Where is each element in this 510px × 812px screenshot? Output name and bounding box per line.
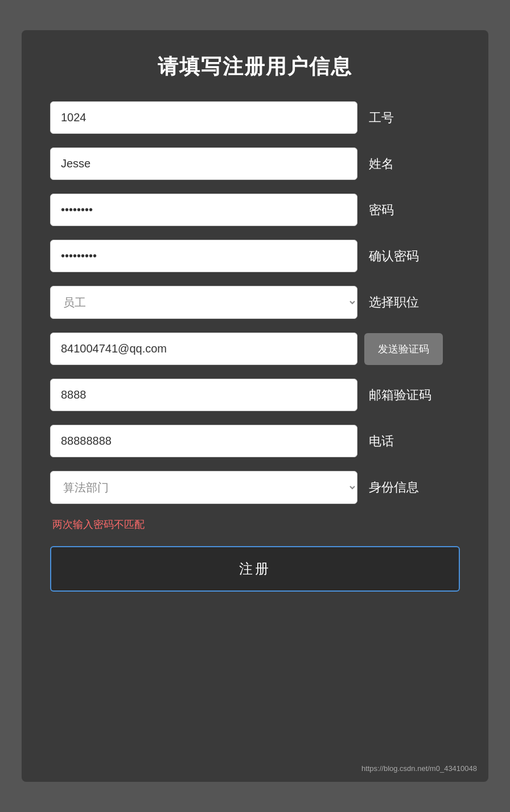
name-row: 姓名 <box>50 147 460 180</box>
form-title: 请填写注册用户信息 <box>50 53 460 81</box>
verification-code-row: 邮箱验证码 <box>50 379 460 411</box>
phone-row: 电话 <box>50 425 460 457</box>
email-input[interactable] <box>50 333 357 365</box>
position-select-wrapper: 员工 管理员 主管 <box>50 286 357 319</box>
department-select-wrapper: 算法部门 产品部门 运营部门 技术部门 <box>50 471 357 504</box>
page-wrapper: 请填写注册用户信息 工号 姓名 密码 确认密码 <box>0 0 510 812</box>
register-button[interactable]: 注册 <box>50 546 460 592</box>
name-input[interactable] <box>50 147 357 180</box>
employee-id-label: 工号 <box>369 109 426 126</box>
employee-id-input[interactable] <box>50 101 357 134</box>
footer-link: https://blog.csdn.net/m0_43410048 <box>361 764 477 773</box>
verification-code-label: 邮箱验证码 <box>369 387 431 404</box>
password-label: 密码 <box>369 202 426 219</box>
employee-id-row: 工号 <box>50 101 460 134</box>
error-message: 两次输入密码不匹配 <box>52 518 460 531</box>
phone-input-wrapper <box>50 425 357 457</box>
phone-label: 电话 <box>369 433 426 450</box>
name-label: 姓名 <box>369 155 426 173</box>
position-row: 员工 管理员 主管 选择职位 <box>50 286 460 319</box>
confirm-password-label: 确认密码 <box>369 248 426 265</box>
password-input[interactable] <box>50 194 357 226</box>
password-row: 密码 <box>50 194 460 226</box>
employee-id-input-wrapper <box>50 101 357 134</box>
email-row: 发送验证码 <box>50 333 460 365</box>
email-input-wrapper <box>50 333 357 365</box>
confirm-password-input-wrapper <box>50 240 357 272</box>
password-input-wrapper <box>50 194 357 226</box>
confirm-password-row: 确认密码 <box>50 240 460 272</box>
name-input-wrapper <box>50 147 357 180</box>
department-label: 身份信息 <box>369 479 426 496</box>
phone-input[interactable] <box>50 425 357 457</box>
position-select[interactable]: 员工 管理员 主管 <box>50 286 357 319</box>
verification-code-input[interactable] <box>50 379 357 411</box>
department-row: 算法部门 产品部门 运营部门 技术部门 身份信息 <box>50 471 460 504</box>
send-code-button[interactable]: 发送验证码 <box>364 333 443 365</box>
verification-code-input-wrapper <box>50 379 357 411</box>
form-container: 请填写注册用户信息 工号 姓名 密码 确认密码 <box>22 30 488 782</box>
position-label: 选择职位 <box>369 294 426 311</box>
department-select[interactable]: 算法部门 产品部门 运营部门 技术部门 <box>50 471 357 504</box>
confirm-password-input[interactable] <box>50 240 357 272</box>
